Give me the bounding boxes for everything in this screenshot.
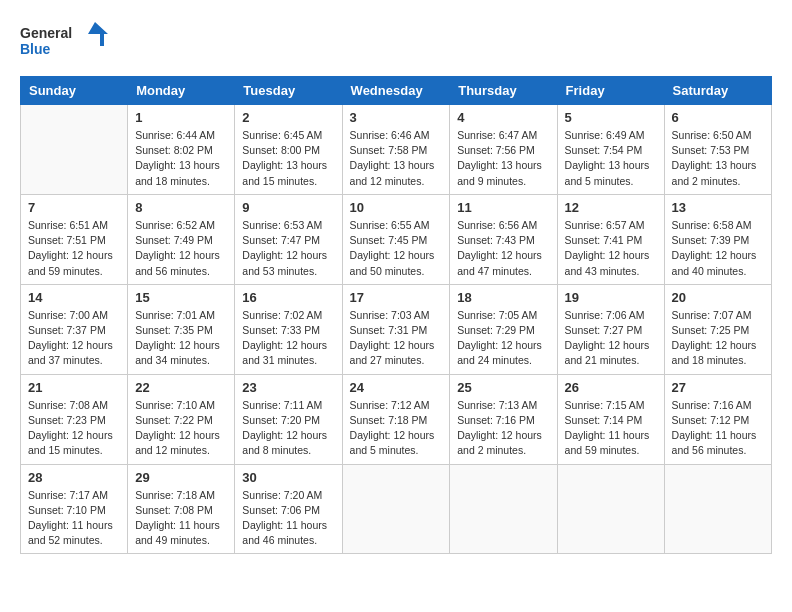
calendar-cell: 23Sunrise: 7:11 AMSunset: 7:20 PMDayligh… <box>235 374 342 464</box>
weekday-header-monday: Monday <box>128 77 235 105</box>
weekday-header-friday: Friday <box>557 77 664 105</box>
day-number: 10 <box>350 200 443 215</box>
day-number: 6 <box>672 110 764 125</box>
calendar-cell: 17Sunrise: 7:03 AMSunset: 7:31 PMDayligh… <box>342 284 450 374</box>
cell-details: Sunrise: 7:11 AMSunset: 7:20 PMDaylight:… <box>242 398 334 459</box>
calendar-cell <box>21 105 128 195</box>
day-number: 9 <box>242 200 334 215</box>
day-number: 21 <box>28 380 120 395</box>
weekday-header-row: SundayMondayTuesdayWednesdayThursdayFrid… <box>21 77 772 105</box>
calendar-cell: 11Sunrise: 6:56 AMSunset: 7:43 PMDayligh… <box>450 194 557 284</box>
day-number: 28 <box>28 470 120 485</box>
svg-text:Blue: Blue <box>20 41 51 57</box>
cell-details: Sunrise: 6:45 AMSunset: 8:00 PMDaylight:… <box>242 128 334 189</box>
cell-details: Sunrise: 6:44 AMSunset: 8:02 PMDaylight:… <box>135 128 227 189</box>
calendar-cell: 26Sunrise: 7:15 AMSunset: 7:14 PMDayligh… <box>557 374 664 464</box>
weekday-header-saturday: Saturday <box>664 77 771 105</box>
svg-text:General: General <box>20 25 72 41</box>
day-number: 29 <box>135 470 227 485</box>
cell-details: Sunrise: 6:51 AMSunset: 7:51 PMDaylight:… <box>28 218 120 279</box>
cell-details: Sunrise: 7:17 AMSunset: 7:10 PMDaylight:… <box>28 488 120 549</box>
day-number: 25 <box>457 380 549 395</box>
day-number: 13 <box>672 200 764 215</box>
day-number: 8 <box>135 200 227 215</box>
week-row-2: 7Sunrise: 6:51 AMSunset: 7:51 PMDaylight… <box>21 194 772 284</box>
day-number: 12 <box>565 200 657 215</box>
day-number: 30 <box>242 470 334 485</box>
calendar-cell: 2Sunrise: 6:45 AMSunset: 8:00 PMDaylight… <box>235 105 342 195</box>
calendar-cell: 18Sunrise: 7:05 AMSunset: 7:29 PMDayligh… <box>450 284 557 374</box>
day-number: 2 <box>242 110 334 125</box>
calendar-cell: 29Sunrise: 7:18 AMSunset: 7:08 PMDayligh… <box>128 464 235 554</box>
cell-details: Sunrise: 7:15 AMSunset: 7:14 PMDaylight:… <box>565 398 657 459</box>
calendar-cell: 4Sunrise: 6:47 AMSunset: 7:56 PMDaylight… <box>450 105 557 195</box>
cell-details: Sunrise: 7:00 AMSunset: 7:37 PMDaylight:… <box>28 308 120 369</box>
logo: General Blue <box>20 20 110 60</box>
calendar-cell: 8Sunrise: 6:52 AMSunset: 7:49 PMDaylight… <box>128 194 235 284</box>
cell-details: Sunrise: 6:53 AMSunset: 7:47 PMDaylight:… <box>242 218 334 279</box>
cell-details: Sunrise: 7:16 AMSunset: 7:12 PMDaylight:… <box>672 398 764 459</box>
cell-details: Sunrise: 7:01 AMSunset: 7:35 PMDaylight:… <box>135 308 227 369</box>
calendar-cell <box>450 464 557 554</box>
cell-details: Sunrise: 6:57 AMSunset: 7:41 PMDaylight:… <box>565 218 657 279</box>
day-number: 23 <box>242 380 334 395</box>
day-number: 15 <box>135 290 227 305</box>
day-number: 20 <box>672 290 764 305</box>
cell-details: Sunrise: 6:52 AMSunset: 7:49 PMDaylight:… <box>135 218 227 279</box>
day-number: 18 <box>457 290 549 305</box>
cell-details: Sunrise: 6:50 AMSunset: 7:53 PMDaylight:… <box>672 128 764 189</box>
page-header: General Blue <box>20 20 772 60</box>
day-number: 17 <box>350 290 443 305</box>
cell-details: Sunrise: 6:46 AMSunset: 7:58 PMDaylight:… <box>350 128 443 189</box>
cell-details: Sunrise: 6:49 AMSunset: 7:54 PMDaylight:… <box>565 128 657 189</box>
calendar-cell: 21Sunrise: 7:08 AMSunset: 7:23 PMDayligh… <box>21 374 128 464</box>
cell-details: Sunrise: 7:07 AMSunset: 7:25 PMDaylight:… <box>672 308 764 369</box>
calendar-cell: 16Sunrise: 7:02 AMSunset: 7:33 PMDayligh… <box>235 284 342 374</box>
cell-details: Sunrise: 7:08 AMSunset: 7:23 PMDaylight:… <box>28 398 120 459</box>
day-number: 24 <box>350 380 443 395</box>
weekday-header-wednesday: Wednesday <box>342 77 450 105</box>
cell-details: Sunrise: 7:05 AMSunset: 7:29 PMDaylight:… <box>457 308 549 369</box>
cell-details: Sunrise: 7:12 AMSunset: 7:18 PMDaylight:… <box>350 398 443 459</box>
cell-details: Sunrise: 7:10 AMSunset: 7:22 PMDaylight:… <box>135 398 227 459</box>
cell-details: Sunrise: 6:47 AMSunset: 7:56 PMDaylight:… <box>457 128 549 189</box>
calendar-cell: 10Sunrise: 6:55 AMSunset: 7:45 PMDayligh… <box>342 194 450 284</box>
logo-svg: General Blue <box>20 20 110 60</box>
calendar-cell: 5Sunrise: 6:49 AMSunset: 7:54 PMDaylight… <box>557 105 664 195</box>
cell-details: Sunrise: 7:02 AMSunset: 7:33 PMDaylight:… <box>242 308 334 369</box>
day-number: 4 <box>457 110 549 125</box>
calendar-cell: 19Sunrise: 7:06 AMSunset: 7:27 PMDayligh… <box>557 284 664 374</box>
calendar-cell: 12Sunrise: 6:57 AMSunset: 7:41 PMDayligh… <box>557 194 664 284</box>
day-number: 3 <box>350 110 443 125</box>
calendar-cell: 1Sunrise: 6:44 AMSunset: 8:02 PMDaylight… <box>128 105 235 195</box>
calendar-cell: 3Sunrise: 6:46 AMSunset: 7:58 PMDaylight… <box>342 105 450 195</box>
cell-details: Sunrise: 6:55 AMSunset: 7:45 PMDaylight:… <box>350 218 443 279</box>
day-number: 14 <box>28 290 120 305</box>
week-row-3: 14Sunrise: 7:00 AMSunset: 7:37 PMDayligh… <box>21 284 772 374</box>
day-number: 19 <box>565 290 657 305</box>
cell-details: Sunrise: 7:03 AMSunset: 7:31 PMDaylight:… <box>350 308 443 369</box>
week-row-5: 28Sunrise: 7:17 AMSunset: 7:10 PMDayligh… <box>21 464 772 554</box>
calendar-cell: 30Sunrise: 7:20 AMSunset: 7:06 PMDayligh… <box>235 464 342 554</box>
calendar-cell <box>557 464 664 554</box>
weekday-header-thursday: Thursday <box>450 77 557 105</box>
day-number: 26 <box>565 380 657 395</box>
calendar-cell: 22Sunrise: 7:10 AMSunset: 7:22 PMDayligh… <box>128 374 235 464</box>
calendar-table: SundayMondayTuesdayWednesdayThursdayFrid… <box>20 76 772 554</box>
calendar-cell: 6Sunrise: 6:50 AMSunset: 7:53 PMDaylight… <box>664 105 771 195</box>
calendar-cell: 20Sunrise: 7:07 AMSunset: 7:25 PMDayligh… <box>664 284 771 374</box>
calendar-cell: 9Sunrise: 6:53 AMSunset: 7:47 PMDaylight… <box>235 194 342 284</box>
weekday-header-sunday: Sunday <box>21 77 128 105</box>
svg-marker-2 <box>88 22 108 46</box>
calendar-cell: 14Sunrise: 7:00 AMSunset: 7:37 PMDayligh… <box>21 284 128 374</box>
calendar-cell <box>664 464 771 554</box>
calendar-cell: 24Sunrise: 7:12 AMSunset: 7:18 PMDayligh… <box>342 374 450 464</box>
cell-details: Sunrise: 7:06 AMSunset: 7:27 PMDaylight:… <box>565 308 657 369</box>
week-row-4: 21Sunrise: 7:08 AMSunset: 7:23 PMDayligh… <box>21 374 772 464</box>
calendar-cell: 15Sunrise: 7:01 AMSunset: 7:35 PMDayligh… <box>128 284 235 374</box>
cell-details: Sunrise: 6:58 AMSunset: 7:39 PMDaylight:… <box>672 218 764 279</box>
cell-details: Sunrise: 7:13 AMSunset: 7:16 PMDaylight:… <box>457 398 549 459</box>
day-number: 1 <box>135 110 227 125</box>
calendar-cell <box>342 464 450 554</box>
calendar-cell: 25Sunrise: 7:13 AMSunset: 7:16 PMDayligh… <box>450 374 557 464</box>
